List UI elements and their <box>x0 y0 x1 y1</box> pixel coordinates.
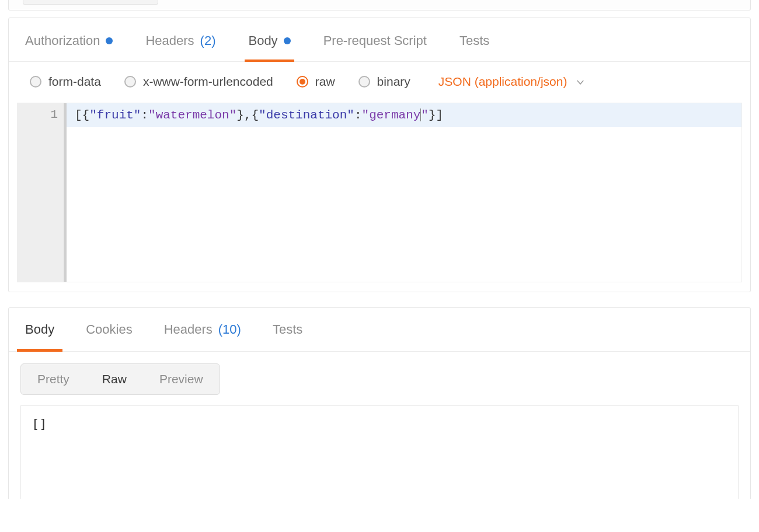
radio-icon <box>358 76 370 88</box>
tab-prerequest-script[interactable]: Pre-request Script <box>321 18 429 61</box>
content-type-dropdown[interactable]: JSON (application/json) <box>438 75 586 89</box>
chevron-down-icon <box>575 76 586 87</box>
response-body-content[interactable]: [] <box>20 405 739 499</box>
radio-form-data[interactable]: form-data <box>30 75 101 89</box>
response-tabs: Body Cookies Headers (10) Tests <box>9 308 750 352</box>
response-tab-body[interactable]: Body <box>25 322 54 341</box>
view-mode-pretty[interactable]: Pretty <box>21 364 86 394</box>
body-type-selector: form-data x-www-form-urlencoded raw bina… <box>9 62 750 99</box>
response-view-mode: Pretty Raw Preview <box>20 363 220 395</box>
response-tab-headers-label: Headers <box>164 322 213 337</box>
response-tab-cookies-label: Cookies <box>86 322 132 337</box>
tab-headers-count: (2) <box>200 33 216 48</box>
tab-headers-label: Headers <box>145 33 194 48</box>
code-line-1[interactable]: [{"fruit":"watermelon"},{"destination":"… <box>67 103 741 127</box>
tab-authorization-label: Authorization <box>25 33 100 48</box>
radio-binary[interactable]: binary <box>358 75 410 89</box>
line-number: 1 <box>18 108 58 121</box>
response-panel: Body Cookies Headers (10) Tests Pretty R… <box>8 307 751 499</box>
radio-icon <box>297 76 308 88</box>
view-mode-preview[interactable]: Preview <box>143 364 220 394</box>
radio-raw-label: raw <box>315 75 335 89</box>
modified-dot-icon <box>106 37 113 44</box>
radio-urlencoded-label: x-www-form-urlencoded <box>143 75 273 89</box>
request-panel: Authorization Headers (2) Body Pre-reque… <box>8 18 751 292</box>
response-tab-cookies[interactable]: Cookies <box>86 322 132 341</box>
tab-authorization[interactable]: Authorization <box>23 18 115 61</box>
radio-binary-label: binary <box>377 75 410 89</box>
view-mode-raw[interactable]: Raw <box>86 364 143 394</box>
radio-icon <box>124 76 136 88</box>
radio-urlencoded[interactable]: x-www-form-urlencoded <box>124 75 273 89</box>
tab-prerequest-label: Pre-request Script <box>323 33 427 48</box>
editor-gutter: 1 <box>18 103 64 282</box>
modified-dot-icon <box>284 37 291 44</box>
editor-code-area[interactable]: [{"fruit":"watermelon"},{"destination":"… <box>64 103 741 282</box>
response-tab-headers[interactable]: Headers (10) <box>164 322 241 341</box>
tab-tests[interactable]: Tests <box>457 18 492 61</box>
request-body-editor[interactable]: 1 [{"fruit":"watermelon"},{"destination"… <box>17 103 742 282</box>
radio-form-data-label: form-data <box>48 75 101 89</box>
url-bar-stub <box>8 0 751 10</box>
response-tab-body-label: Body <box>25 322 54 337</box>
request-tabs: Authorization Headers (2) Body Pre-reque… <box>9 18 750 62</box>
radio-raw[interactable]: raw <box>297 75 335 89</box>
tab-headers[interactable]: Headers (2) <box>143 18 218 61</box>
response-tab-tests[interactable]: Tests <box>273 322 302 341</box>
response-view-toolbar: Pretty Raw Preview <box>9 352 750 401</box>
response-tab-tests-label: Tests <box>273 322 302 337</box>
tab-body[interactable]: Body <box>246 18 293 61</box>
tab-tests-label: Tests <box>459 33 489 48</box>
response-tab-headers-count: (10) <box>218 322 241 337</box>
tab-body-label: Body <box>248 33 277 48</box>
radio-icon <box>30 76 41 88</box>
content-type-label: JSON (application/json) <box>438 75 567 89</box>
